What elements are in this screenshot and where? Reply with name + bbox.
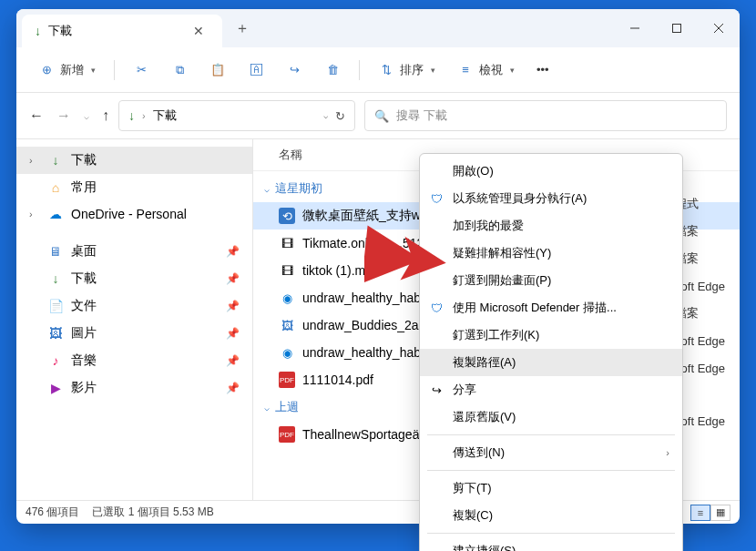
home-icon: ⌂ bbox=[47, 180, 64, 195]
search-icon: 🔍 bbox=[374, 109, 389, 123]
titlebar: ↓ 下載 ✕ ＋ bbox=[16, 9, 740, 47]
sidebar-label: 音樂 bbox=[71, 352, 97, 369]
ctx-open[interactable]: 開啟(O) bbox=[420, 158, 682, 185]
tab-title: 下載 bbox=[48, 23, 180, 39]
ctx-restore[interactable]: 還原舊版(V) bbox=[420, 403, 682, 431]
pin-icon: 📌 bbox=[226, 382, 240, 394]
ctx-pinstart[interactable]: 釘選到開始畫面(P) bbox=[420, 267, 682, 294]
image-file-icon: 🖼 bbox=[279, 317, 295, 333]
sidebar-item-videos[interactable]: ▶ 影片 📌 bbox=[16, 374, 252, 402]
music-icon: ♪ bbox=[47, 353, 64, 368]
file-name: Tikmate.online_...512 bbox=[302, 236, 424, 250]
pin-icon: 📌 bbox=[226, 245, 240, 258]
forward-button[interactable]: → bbox=[56, 107, 71, 124]
ctx-cut[interactable]: 剪下(T) bbox=[420, 474, 682, 502]
sidebar-item-onedrive[interactable]: › ☁ OneDrive - Personal bbox=[16, 201, 252, 227]
ctx-copypath[interactable]: 複製路徑(A) bbox=[420, 349, 682, 376]
tab-downloads[interactable]: ↓ 下載 ✕ bbox=[22, 15, 222, 47]
chevron-right-icon: › bbox=[142, 110, 146, 121]
more-button[interactable]: ••• bbox=[527, 57, 558, 82]
sidebar-item-pictures[interactable]: 🖼 圖片 📌 bbox=[16, 320, 252, 347]
refresh-button[interactable]: ↻ bbox=[335, 109, 345, 123]
file-name: tiktok (1).mp4 bbox=[302, 263, 380, 278]
rename-button[interactable]: 🄰 bbox=[239, 56, 273, 84]
chevron-down-icon: ▾ bbox=[91, 66, 96, 75]
file-type: 檔案 bbox=[675, 245, 734, 272]
cut-button[interactable]: ✂ bbox=[124, 56, 158, 84]
sort-button[interactable]: ⇅ 排序 ▾ bbox=[369, 56, 444, 84]
file-name: undraw_healthy_habit_ bbox=[302, 291, 434, 305]
sidebar: › ↓ 下載 ⌂ 常用 › ☁ OneDrive - Personal 🖥 桌面… bbox=[16, 139, 253, 500]
paste-button[interactable]: 📋 bbox=[200, 56, 235, 84]
chevron-right-icon: › bbox=[666, 447, 669, 458]
share-icon: ↪ bbox=[429, 383, 444, 397]
view-toggle: ≡ ▦ bbox=[690, 505, 730, 521]
sidebar-label: 下載 bbox=[71, 270, 97, 287]
sidebar-label: 文件 bbox=[71, 298, 97, 314]
tab-close-button[interactable]: ✕ bbox=[188, 22, 209, 40]
document-icon: 📄 bbox=[47, 299, 64, 313]
minimize-button[interactable] bbox=[614, 9, 656, 47]
window-controls bbox=[614, 9, 740, 47]
icons-view-button[interactable]: ▦ bbox=[710, 505, 730, 521]
copy-icon: ⧉ bbox=[171, 62, 188, 78]
chevron-down-icon[interactable]: ⌵ bbox=[323, 111, 328, 120]
address-bar[interactable]: ↓ › 下載 ⌵ ↻ bbox=[118, 100, 355, 131]
recent-button[interactable]: ⌵ bbox=[84, 111, 89, 121]
search-input[interactable]: 🔍 搜尋 下載 bbox=[364, 100, 727, 131]
file-name: TheallnewSportageä_a bbox=[302, 427, 434, 442]
rename-icon: 🄰 bbox=[248, 62, 264, 78]
sidebar-item-favorites[interactable]: ⌂ 常用 bbox=[16, 174, 252, 201]
file-type: soft Edge bbox=[675, 272, 734, 300]
pdf-icon: PDF bbox=[279, 372, 295, 388]
app-icon: ⟲ bbox=[279, 208, 295, 224]
back-button[interactable]: ← bbox=[29, 107, 44, 124]
close-button[interactable] bbox=[698, 9, 740, 47]
download-icon: ↓ bbox=[47, 153, 64, 168]
shield-icon: 🛡 bbox=[429, 192, 444, 206]
ctx-sendto[interactable]: 傳送到(N) › bbox=[420, 439, 682, 466]
delete-button[interactable]: 🗑 bbox=[315, 56, 350, 84]
maximize-button[interactable] bbox=[656, 9, 698, 47]
new-tab-button[interactable]: ＋ bbox=[222, 9, 262, 47]
pin-icon: 📌 bbox=[226, 300, 240, 312]
path-label: 下載 bbox=[153, 107, 177, 124]
share-button[interactable]: ↪ bbox=[277, 56, 312, 84]
copy-button[interactable]: ⧉ bbox=[162, 56, 197, 84]
new-button[interactable]: ⊕ 新增 ▾ bbox=[29, 56, 105, 84]
sidebar-label: 桌面 bbox=[71, 243, 97, 260]
sort-icon: ⇅ bbox=[378, 62, 394, 78]
sidebar-item-downloads2[interactable]: ↓ 下載 📌 bbox=[16, 265, 252, 292]
sidebar-label: 常用 bbox=[71, 179, 97, 196]
ctx-compat[interactable]: 疑難排解相容性(Y) bbox=[420, 240, 682, 267]
sidebar-item-downloads[interactable]: › ↓ 下載 bbox=[16, 147, 252, 174]
chevron-right-icon[interactable]: › bbox=[29, 209, 40, 219]
file-type: soft Edge bbox=[675, 327, 734, 354]
pin-icon: 📌 bbox=[226, 272, 240, 285]
sidebar-item-music[interactable]: ♪ 音樂 📌 bbox=[16, 347, 252, 374]
ctx-shortcut[interactable]: 建立捷徑(S) bbox=[420, 537, 682, 551]
ellipsis-icon: ••• bbox=[536, 63, 549, 77]
sidebar-label: 圖片 bbox=[71, 325, 97, 342]
ctx-copy[interactable]: 複製(C) bbox=[420, 502, 682, 529]
pdf-icon: PDF bbox=[279, 426, 295, 443]
download-icon: ↓ bbox=[35, 24, 41, 38]
ctx-share[interactable]: ↪ 分享 bbox=[420, 376, 682, 403]
sidebar-item-documents[interactable]: 📄 文件 📌 bbox=[16, 292, 252, 320]
up-button[interactable]: ↑ bbox=[102, 107, 109, 124]
chevron-right-icon[interactable]: › bbox=[29, 155, 40, 166]
ctx-runas[interactable]: 🛡 以系統管理員身分執行(A) bbox=[420, 185, 682, 212]
file-type: soft Edge bbox=[675, 407, 734, 434]
sidebar-item-desktop[interactable]: 🖥 桌面 📌 bbox=[16, 238, 252, 265]
chevron-down-icon: ▾ bbox=[510, 66, 515, 75]
svg-rect-1 bbox=[673, 25, 681, 33]
view-button[interactable]: ≡ 檢視 ▾ bbox=[448, 56, 524, 84]
context-menu: 開啟(O) 🛡 以系統管理員身分執行(A) 加到我的最愛 疑難排解相容性(Y) … bbox=[419, 153, 683, 551]
desktop-icon: 🖥 bbox=[47, 244, 64, 259]
sidebar-label: 影片 bbox=[71, 380, 97, 396]
details-view-button[interactable]: ≡ bbox=[690, 505, 710, 521]
navbar: ← → ⌵ ↑ ↓ › 下載 ⌵ ↻ 🔍 搜尋 下載 bbox=[16, 93, 740, 138]
ctx-defender[interactable]: 🛡 使用 Microsoft Defender 掃描... bbox=[420, 294, 682, 321]
ctx-addfav[interactable]: 加到我的最愛 bbox=[420, 212, 682, 240]
ctx-pintask[interactable]: 釘選到工作列(K) bbox=[420, 321, 682, 349]
